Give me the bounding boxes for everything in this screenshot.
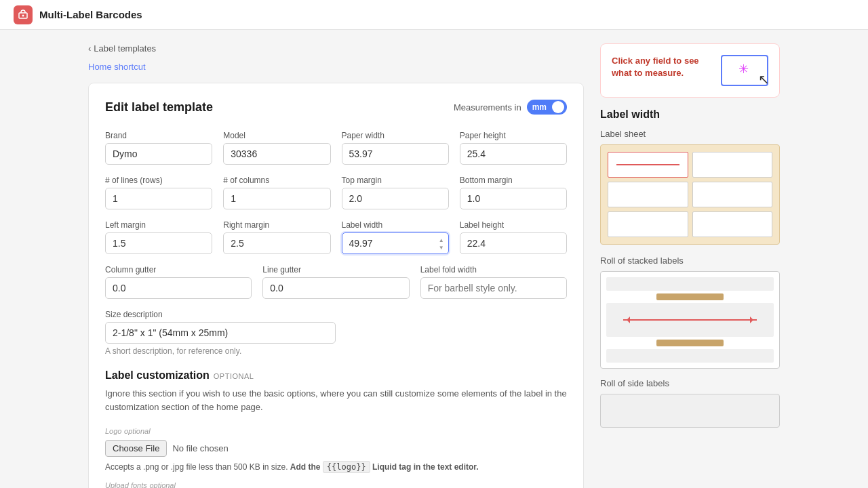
upload-hint-liquid: Liquid tag in the text editor. [372,462,479,472]
label-cell-3 [608,182,688,207]
left-margin-label: Left margin [105,220,212,230]
right-margin-input[interactable] [223,232,330,254]
right-panel: Click any field to see what to measure. … [600,43,780,488]
measurements-label: Measurements in [454,102,521,113]
rows-label: # of lines (rows) [105,176,212,185]
size-desc-group: Size description [105,310,567,344]
label-width-spinner-container: ▲ ▼ [342,232,449,254]
cursor-icon: ↖ [758,71,770,87]
bottom-margin-group: Bottom margin [460,176,567,209]
left-margin-group: Left margin [105,220,212,254]
column-gutter-group: Column gutter [105,265,252,299]
label-width-increment[interactable]: ▲ [437,237,446,243]
roll-arrow [623,319,757,321]
label-width-spinners: ▲ ▼ [437,237,446,251]
right-margin-label: Right margin [223,220,330,230]
edit-card: Edit label template Measurements in mm B… [88,83,584,488]
star-icon: ✳ [738,62,749,77]
customization-section: Label customizationOPTIONAL Ignore this … [105,369,567,488]
unit-toggle[interactable]: mm [527,100,567,115]
roll-main [606,303,774,337]
label-sheet-diagram [600,144,780,245]
label-cell-2 [692,152,773,178]
breadcrumb: ‹ Label templates [88,43,584,54]
card-title: Edit label template [105,100,213,115]
roll-strip-bottom [606,349,774,363]
top-margin-group: Top margin [342,176,449,209]
rows-input[interactable] [105,188,212,209]
line-gutter-label: Line gutter [262,265,409,274]
form-row-4: Column gutter Line gutter Label fold wid… [105,265,567,299]
rows-group: # of lines (rows) [105,176,212,209]
roll-connector-bottom [656,340,724,346]
hint-icon-box: ✳ ↖ [721,55,768,86]
bottom-margin-input[interactable] [460,188,567,209]
paper-height-input[interactable] [460,143,567,165]
hint-card-text: Click any field to see what to measure. [612,55,714,79]
back-arrow-icon: ‹ [88,43,91,54]
app-title: Multi-Label Barcodes [39,9,142,20]
app-logo [14,5,33,24]
panel-section-title: Label width [600,108,780,121]
home-shortcut-link[interactable]: Home shortcut [88,62,584,72]
size-desc-input[interactable] [105,322,336,344]
label-width-decrement[interactable]: ▼ [437,244,446,251]
label-height-label: Label height [460,220,567,230]
back-link[interactable]: ‹ Label templates [88,43,156,54]
stacked-labels-title: Roll of stacked labels [600,256,780,266]
form-row-3: Left margin Right margin Label width ▲ ▼ [105,220,567,254]
label-width-group: Label width ▲ ▼ [342,220,449,254]
no-file-label: No file chosen [172,443,228,453]
line-gutter-input[interactable] [262,277,409,299]
brand-input[interactable] [105,143,212,165]
side-labels-title: Roll of side labels [600,378,780,388]
customization-optional-tag: OPTIONAL [214,372,254,380]
left-margin-input[interactable] [105,232,212,254]
label-sheet-title: Label sheet [600,129,780,139]
model-group: Model [223,131,330,165]
size-desc-label: Size description [105,310,567,319]
label-fold-width-group: Label fold width [420,265,567,299]
customization-title: Label customizationOPTIONAL [105,369,567,382]
label-height-input[interactable] [460,232,567,254]
label-width-label: Label width [342,220,449,230]
roll-strip-top [606,277,774,291]
brand-group: Brand [105,131,212,165]
brand-label: Brand [105,131,212,140]
paper-width-input[interactable] [342,143,449,165]
file-input-row: Choose File No file chosen [105,440,567,457]
upload-fonts-section: Upload fonts optional [105,480,567,488]
choose-file-button[interactable]: Choose File [105,440,167,457]
model-input[interactable] [223,143,330,165]
main-layout: ‹ Label templates Home shortcut Edit lab… [61,30,807,488]
upload-hint-add: Add the [290,462,321,472]
label-grid [608,152,772,237]
form-row-2: # of lines (rows) # of columns Top margi… [105,176,567,209]
paper-height-group: Paper height [460,131,567,165]
side-roll-diagram [600,394,780,428]
svg-point-1 [22,14,24,16]
customization-desc: Ignore this section if you wish to use t… [105,387,567,413]
toggle-knob [552,101,564,113]
label-width-input[interactable] [342,232,449,254]
column-gutter-input[interactable] [105,277,252,299]
top-margin-label: Top margin [342,176,449,185]
roll-connector-top [656,293,724,300]
left-panel: ‹ Label templates Home shortcut Edit lab… [88,43,584,488]
card-header: Edit label template Measurements in mm [105,100,567,115]
measurements-row: Measurements in mm [454,100,567,115]
model-label: Model [223,131,330,140]
top-margin-input[interactable] [342,188,449,209]
columns-group: # of columns [223,176,330,209]
line-gutter-group: Line gutter [262,265,409,299]
label-cell-6 [692,211,773,237]
column-gutter-label: Column gutter [105,265,252,274]
paper-width-label: Paper width [342,131,449,140]
paper-width-group: Paper width [342,131,449,165]
right-margin-group: Right margin [223,220,330,254]
back-label: Label templates [94,43,156,54]
label-cell-5 [608,211,688,237]
label-fold-width-input[interactable] [420,277,567,299]
columns-input[interactable] [223,188,330,209]
topbar: Multi-Label Barcodes [0,0,868,30]
